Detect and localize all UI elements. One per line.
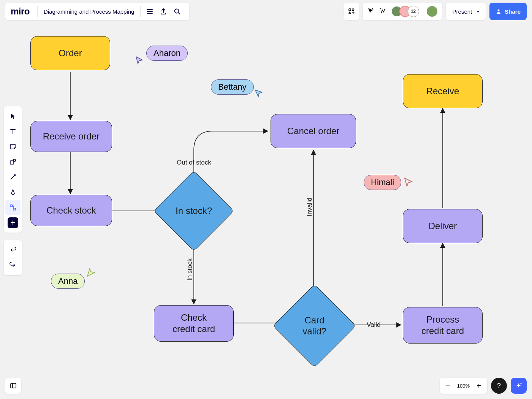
svg-point-22 xyxy=(521,383,522,384)
svg-rect-19 xyxy=(13,208,16,210)
tool-connector[interactable] xyxy=(5,169,21,185)
zoom-in-button[interactable]: + xyxy=(473,380,484,391)
node-label: Cancel order xyxy=(287,125,339,137)
svg-point-9 xyxy=(175,9,179,13)
tool-text[interactable] xyxy=(5,124,21,139)
node-label: Order xyxy=(59,48,82,59)
topbar-right: 12 Present Share xyxy=(344,3,527,20)
cursor-aharon: Aharon xyxy=(135,41,188,65)
menu-icon[interactable] xyxy=(143,5,157,18)
avatar-self[interactable] xyxy=(426,5,438,17)
edge-label-in-stock: In stock xyxy=(186,258,194,281)
edge-label-out-of-stock: Out of stock xyxy=(177,159,211,166)
svg-rect-18 xyxy=(10,205,13,207)
cursor-tool-icon[interactable] xyxy=(367,7,374,16)
topbar: miro Diagramming and Process Mapping 12 … xyxy=(0,0,532,23)
svg-line-17 xyxy=(11,175,15,179)
svg-rect-11 xyxy=(349,9,351,11)
svg-point-16 xyxy=(13,159,16,162)
export-icon[interactable] xyxy=(157,5,170,18)
chevron-down-icon xyxy=(476,9,480,14)
tool-pen[interactable] xyxy=(5,185,21,200)
tool-diagram[interactable] xyxy=(5,200,21,215)
apps-button[interactable] xyxy=(344,3,359,20)
node-label: Card valid? xyxy=(302,315,326,337)
cursor-himali: Himali xyxy=(364,175,414,190)
person-icon xyxy=(496,8,502,14)
cursor-label: Bettany xyxy=(211,79,254,95)
present-button[interactable]: Present xyxy=(446,3,486,20)
divider xyxy=(140,6,141,17)
svg-line-10 xyxy=(179,13,180,14)
svg-point-12 xyxy=(352,9,354,11)
reactions-icon[interactable] xyxy=(379,7,386,16)
svg-rect-15 xyxy=(10,161,14,164)
zoom-value[interactable]: 100% xyxy=(457,383,470,389)
ai-button[interactable] xyxy=(511,378,527,394)
share-button[interactable]: Share xyxy=(489,3,527,20)
node-label: Process credit card xyxy=(421,314,464,337)
zoom-control: − 100% + xyxy=(440,378,487,394)
node-deliver[interactable]: Deliver xyxy=(403,209,483,243)
node-check-cc[interactable]: Check credit card xyxy=(154,305,234,342)
node-receive-order[interactable]: Receive order xyxy=(30,121,112,152)
tool-sticky[interactable] xyxy=(5,139,21,154)
node-label: Check stock xyxy=(46,205,96,216)
tool-shape[interactable] xyxy=(5,154,21,169)
topbar-left: miro Diagramming and Process Mapping xyxy=(5,3,189,20)
cursor-label: Himali xyxy=(364,175,401,190)
help-button[interactable]: ? xyxy=(491,378,507,394)
toolbar-history xyxy=(4,240,22,275)
node-in-stock-q[interactable]: In stock? xyxy=(165,182,222,239)
zoom-out-button[interactable]: − xyxy=(443,380,453,391)
node-order[interactable]: Order xyxy=(30,36,110,70)
svg-point-14 xyxy=(498,10,500,11)
tool-add[interactable] xyxy=(8,217,18,228)
node-label: Receive xyxy=(426,86,459,97)
node-cancel-order[interactable]: Cancel order xyxy=(271,114,356,148)
svg-line-13 xyxy=(372,8,373,10)
undo-button[interactable] xyxy=(5,242,21,258)
logo[interactable]: miro xyxy=(11,6,30,17)
collab-group: 12 xyxy=(363,3,442,20)
bottombar: − 100% + ? xyxy=(440,378,527,394)
node-label: Check credit card xyxy=(173,312,215,335)
avatars[interactable]: 12 xyxy=(391,6,419,17)
cursor-label: Aharon xyxy=(146,46,188,61)
search-icon[interactable] xyxy=(170,5,184,18)
avatar-overflow[interactable]: 12 xyxy=(408,6,419,17)
divider xyxy=(37,6,38,17)
edge-label-valid: Valid xyxy=(367,321,381,329)
edge-label-invalid: Invalid xyxy=(306,198,314,216)
svg-rect-20 xyxy=(11,383,16,388)
cursor-label: Anna xyxy=(51,274,85,289)
node-receive[interactable]: Receive xyxy=(403,74,483,108)
node-check-stock[interactable]: Check stock xyxy=(30,195,112,226)
node-label: Deliver xyxy=(429,220,457,232)
node-process-cc[interactable]: Process credit card xyxy=(403,307,483,344)
tool-select[interactable] xyxy=(5,109,21,124)
toolbar xyxy=(4,106,22,233)
node-label: In stock? xyxy=(176,206,212,217)
node-card-valid-q[interactable]: Card valid? xyxy=(285,296,344,355)
canvas[interactable]: Order Receive order Check stock In stock… xyxy=(0,0,532,399)
cursor-bettany: Bettany xyxy=(211,76,264,98)
cursor-anna: Anna xyxy=(51,274,97,289)
panel-toggle-button[interactable] xyxy=(5,378,21,394)
board-title[interactable]: Diagramming and Process Mapping xyxy=(44,8,134,15)
node-label: Receive order xyxy=(43,131,100,142)
redo-button[interactable] xyxy=(5,258,21,273)
